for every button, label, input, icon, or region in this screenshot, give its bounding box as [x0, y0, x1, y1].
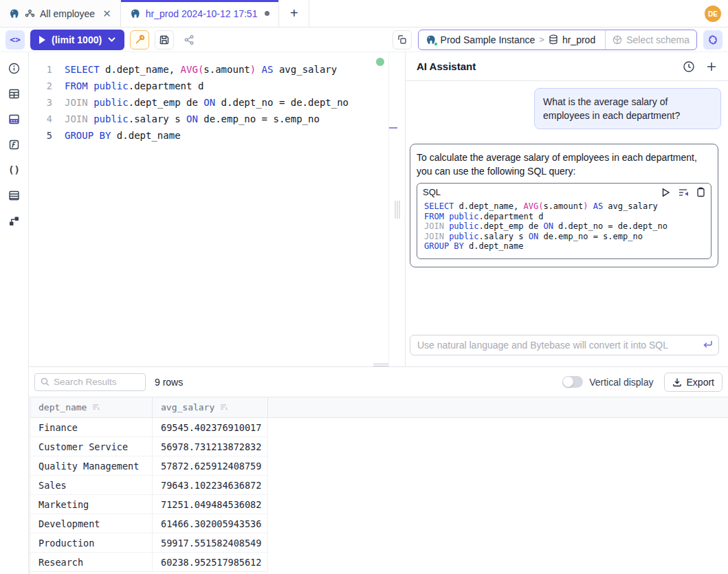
download-icon	[672, 377, 682, 387]
tab-label: hr_prod 2024-10-12 17:51	[146, 8, 258, 19]
sidebar-item-schema-diagram[interactable]	[8, 214, 21, 227]
sort-icon[interactable]	[91, 404, 100, 411]
result-row[interactable]: Finance69545.402376910017	[30, 418, 728, 437]
result-cell[interactable]: 61466.302005943536	[153, 514, 268, 533]
sql-editor[interactable]: 1SELECT d.dept_name, AVG(s.amount) AS av…	[29, 52, 388, 366]
result-row[interactable]: Sales79643.102234636872	[30, 476, 728, 495]
result-cell[interactable]: Sales	[30, 476, 153, 495]
submit-return-icon[interactable]	[703, 340, 713, 349]
code-token: public	[449, 221, 478, 231]
splitter-grip[interactable]	[395, 201, 399, 219]
vertical-display-toggle[interactable]	[562, 376, 583, 388]
schema-placeholder: Select schema	[626, 34, 690, 45]
result-cell[interactable]: Quality Management	[30, 456, 153, 476]
new-chat-plus-icon[interactable]	[706, 61, 717, 72]
code-line[interactable]: 1SELECT d.dept_name, AVG(s.amount) AS av…	[29, 61, 388, 78]
sidebar-item-procedures[interactable]: ()	[8, 164, 21, 176]
history-clock-icon[interactable]	[683, 60, 695, 73]
result-cell[interactable]: 69545.402376910017	[153, 418, 268, 437]
code-token: avg_salary	[273, 64, 337, 75]
line-number: 2	[29, 78, 52, 94]
search-results-input[interactable]	[54, 377, 129, 387]
result-cell[interactable]: 71251.049484536082	[153, 495, 268, 514]
sidebar-item-functions[interactable]	[8, 138, 21, 151]
code-icon: <>	[10, 34, 21, 45]
result-cell[interactable]: 59917.551582408549	[153, 533, 268, 553]
sql-code-line: JOIN public.salary s ON de.emp_no = s.em…	[424, 232, 705, 242]
ai-prompt-input[interactable]	[410, 335, 719, 355]
instance-status-dot	[434, 42, 438, 46]
postgres-icon	[130, 8, 141, 19]
result-cell[interactable]: 57872.625912408759	[153, 456, 268, 476]
sql-block-label: SQL	[423, 187, 441, 197]
code-line[interactable]: 3JOIN public.dept_emp de ON d.dept_no = …	[29, 94, 388, 111]
sidebar-item-tables[interactable]	[8, 87, 21, 100]
run-sql-icon[interactable]	[661, 188, 670, 197]
unsaved-dot	[265, 11, 269, 16]
result-cell[interactable]: Production	[30, 533, 153, 553]
editor-and-assistant-row: 1SELECT d.dept_name, AVG(s.amount) AS av…	[29, 52, 728, 366]
new-tab-button[interactable]: +	[279, 0, 309, 27]
ai-assistant-toggle-button[interactable]	[703, 30, 723, 49]
column-header-dept-name[interactable]: dept_name	[30, 397, 153, 417]
close-tab-icon[interactable]: ✕	[102, 8, 111, 20]
result-cell[interactable]: Research	[30, 553, 153, 572]
batch-mode-button[interactable]	[393, 30, 412, 49]
code-token: d.dept_no = de.dept_no	[215, 97, 349, 108]
sidebar-item-info[interactable]	[8, 62, 21, 74]
vertical-splitter[interactable]	[388, 52, 406, 366]
avatar[interactable]: DE	[705, 5, 721, 22]
code-token: AS	[588, 201, 603, 211]
copy-icon[interactable]	[696, 187, 705, 197]
code-line[interactable]: 2FROM public.department d	[29, 78, 388, 94]
tab-all-employee[interactable]: All employee ✕	[0, 0, 121, 27]
result-row[interactable]: Customer Service56978.731213872832	[30, 437, 728, 456]
result-cell[interactable]: 60238.952517985612	[153, 553, 268, 572]
result-cell[interactable]: Finance	[30, 418, 153, 437]
chevron-down-icon[interactable]	[108, 37, 115, 42]
sql-code: SELECT d.dept_name, AVG(s.amount) AS avg…	[423, 201, 705, 252]
result-cell[interactable]: Development	[30, 514, 153, 533]
connection-selector[interactable]: Prod Sample Instance > hr_prod Select sc…	[418, 30, 697, 50]
result-row[interactable]: Development61466.302005943536	[30, 514, 728, 533]
code-token: ON	[543, 221, 553, 231]
sidebar-item-data[interactable]	[8, 113, 21, 125]
insert-into-editor-icon[interactable]	[678, 188, 689, 197]
result-cell[interactable]: Customer Service	[30, 437, 153, 456]
sql-code-line: SELECT d.dept_name, AVG(s.amount) AS avg…	[424, 201, 705, 212]
plus-icon: +	[290, 5, 298, 21]
sql-code-block: SQL	[417, 183, 712, 259]
share-button[interactable]	[179, 30, 199, 49]
result-cell[interactable]: 56978.731213872832	[153, 437, 268, 456]
save-button[interactable]	[155, 30, 174, 49]
result-cell[interactable]: Marketing	[30, 495, 153, 514]
result-cell[interactable]: 79643.102234636872	[153, 476, 268, 495]
code-token: avg_salary	[603, 201, 657, 211]
code-token: FROM	[65, 80, 93, 91]
run-query-button[interactable]: (limit 1000)	[30, 30, 124, 50]
admin-wrench-button[interactable]	[130, 30, 149, 49]
result-row[interactable]: Quality Management57872.625912408759	[30, 456, 728, 476]
ai-chat-messages: What is the average salary of employees …	[406, 81, 728, 335]
column-header-avg-salary[interactable]: avg_salary	[153, 397, 268, 417]
result-row[interactable]: Production59917.551582408549	[30, 533, 728, 553]
horizontal-splitter-grip[interactable]	[373, 364, 388, 366]
code-panel-toggle-button[interactable]: <>	[5, 30, 25, 49]
sort-icon[interactable]	[219, 404, 228, 411]
export-button[interactable]: Export	[664, 373, 723, 392]
tab-hr-prod[interactable]: hr_prod 2024-10-12 17:51	[121, 0, 280, 27]
result-row[interactable]: Marketing71251.049484536082	[30, 495, 728, 514]
overview-ruler-mark	[389, 127, 397, 129]
code-line[interactable]: 5GROUP BY d.dept_name	[29, 127, 388, 144]
ai-assistant-title: AI Assistant	[417, 60, 476, 72]
code-token: public	[449, 212, 478, 221]
ai-assistant-header: AI Assistant	[406, 52, 728, 81]
sidebar-item-sheets[interactable]	[8, 189, 21, 201]
tab-label: All employee	[40, 8, 95, 19]
code-token: GROUP BY	[424, 241, 464, 251]
code-line[interactable]: 4JOIN public.salary s ON de.emp_no = s.e…	[29, 111, 388, 127]
code-token: ON	[203, 97, 215, 108]
schema-selector[interactable]: Select schema	[605, 30, 690, 49]
result-row[interactable]: Research60238.952517985612	[30, 553, 728, 572]
code-token: d.dept_name,	[454, 201, 523, 211]
